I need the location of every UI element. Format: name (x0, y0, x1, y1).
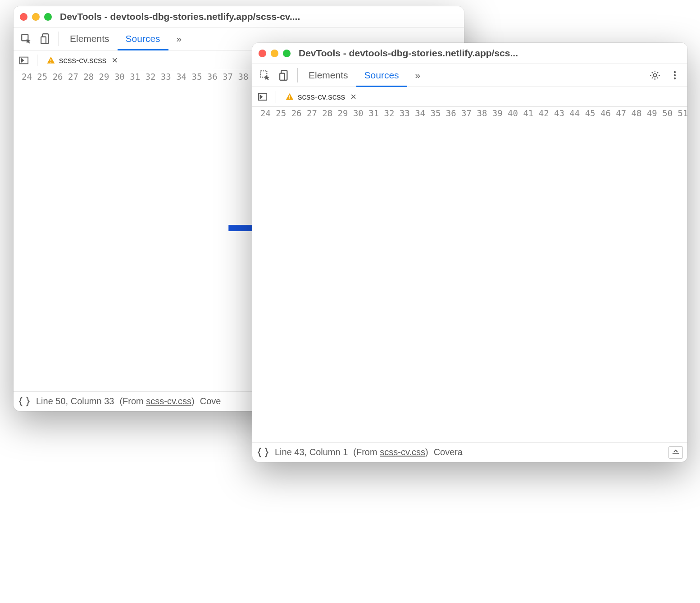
tab-sources[interactable]: Sources (118, 27, 168, 50)
cursor-position: Line 50, Column 33 (36, 396, 114, 407)
navigator-toggle-icon[interactable] (254, 87, 271, 107)
file-tab[interactable]: scss-cv.scss × (42, 55, 124, 66)
separator (297, 68, 298, 82)
from-file: (From scss-cv.css) (119, 396, 194, 407)
from-file: (From scss-cv.css) (353, 447, 428, 457)
status-bar: Line 43, Column 1 (From scss-cv.css) Cov… (252, 442, 687, 462)
svg-rect-4 (50, 59, 51, 61)
tab-more[interactable]: » (407, 64, 429, 87)
tab-more[interactable]: » (168, 27, 190, 50)
drawer-toggle-icon[interactable] (668, 446, 683, 459)
separator (37, 55, 37, 66)
maximize-button[interactable] (283, 50, 291, 57)
braces-icon[interactable] (257, 448, 269, 457)
warning-icon (285, 92, 294, 101)
svg-rect-9 (280, 73, 285, 80)
inspect-icon[interactable] (16, 27, 36, 50)
svg-rect-15 (289, 95, 290, 97)
svg-point-13 (674, 78, 676, 79)
source-map-link[interactable]: scss-cv.css (146, 396, 191, 406)
close-tab-icon[interactable]: × (110, 55, 119, 66)
source-map-link[interactable]: scss-cv.css (380, 447, 425, 457)
svg-rect-5 (50, 62, 51, 63)
svg-rect-16 (289, 98, 290, 99)
device-toggle-icon[interactable] (275, 64, 295, 87)
braces-icon[interactable] (18, 397, 31, 407)
warning-icon (46, 56, 55, 65)
file-name: scss-cv.scss (298, 92, 345, 102)
inspect-icon[interactable] (255, 64, 275, 87)
minimize-button[interactable] (271, 50, 278, 57)
coverage-label[interactable]: Cove (200, 396, 221, 407)
device-toggle-icon[interactable] (36, 27, 56, 50)
main-toolbar: Elements Sources » (252, 64, 687, 87)
window-title: DevTools - devtools-dbg-stories.netlify.… (60, 11, 300, 22)
kebab-menu-icon[interactable] (665, 64, 685, 87)
svg-rect-2 (41, 37, 46, 44)
window-title: DevTools - devtools-dbg-stories.netlify.… (299, 48, 518, 59)
titlebar[interactable]: DevTools - devtools-dbg-stories.netlify.… (14, 6, 464, 27)
gear-icon[interactable] (645, 64, 665, 87)
file-name: scss-cv.scss (59, 55, 106, 65)
navigator-toggle-icon[interactable] (15, 50, 32, 70)
tab-sources[interactable]: Sources (356, 64, 407, 87)
titlebar[interactable]: DevTools - devtools-dbg-stories.netlify.… (252, 43, 687, 64)
maximize-button[interactable] (44, 13, 52, 21)
svg-point-12 (674, 74, 676, 76)
file-tab[interactable]: scss-cv.scss × (281, 91, 363, 103)
close-tab-icon[interactable]: × (349, 91, 358, 103)
tab-elements[interactable]: Elements (300, 64, 356, 87)
separator (59, 32, 59, 46)
minimize-button[interactable] (32, 13, 40, 21)
coverage-label[interactable]: Covera (434, 447, 463, 457)
tab-elements[interactable]: Elements (62, 27, 118, 50)
separator (276, 91, 276, 103)
line-number-gutter: 24 25 26 27 28 29 30 31 32 33 34 35 36 3… (252, 107, 687, 442)
close-button[interactable] (259, 50, 266, 57)
file-tab-bar: scss-cv.scss × (252, 87, 687, 107)
code-editor[interactable]: 24 25 26 27 28 29 30 31 32 33 34 35 36 3… (252, 107, 687, 442)
cursor-position: Line 43, Column 1 (275, 447, 348, 457)
close-button[interactable] (20, 13, 27, 21)
devtools-window-right: DevTools - devtools-dbg-stories.netlify.… (252, 43, 687, 462)
svg-point-10 (654, 74, 657, 77)
svg-point-11 (674, 71, 676, 73)
